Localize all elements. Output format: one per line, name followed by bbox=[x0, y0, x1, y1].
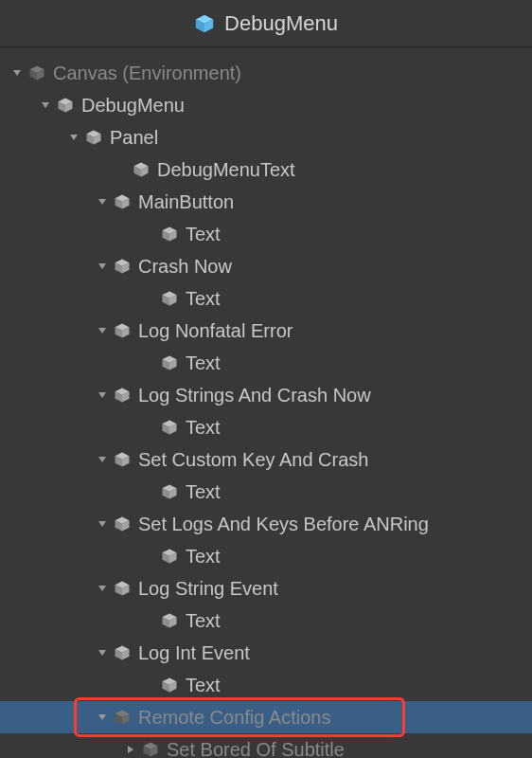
svg-marker-53 bbox=[98, 521, 106, 527]
svg-marker-3 bbox=[13, 70, 21, 76]
tree-row[interactable]: Set Bored Of Subtitle bbox=[0, 733, 532, 758]
gameobject-icon bbox=[112, 642, 133, 663]
header-bar: DebugMenu bbox=[0, 0, 532, 47]
tree-row[interactable]: Text bbox=[0, 605, 532, 637]
tree-item-label: Set Logs And Keys Before ANRing bbox=[138, 514, 429, 535]
expand-arrow-down-icon[interactable] bbox=[95, 389, 110, 401]
expand-arrow-down-icon[interactable] bbox=[95, 518, 110, 530]
svg-marker-78 bbox=[128, 746, 133, 753]
tree-row[interactable]: DebugMenuText bbox=[0, 153, 532, 186]
gameobject-icon bbox=[112, 320, 133, 341]
expand-arrow-down-icon[interactable] bbox=[95, 261, 110, 272]
gameobject-icon bbox=[112, 514, 133, 534]
tree-item-label: Text bbox=[186, 675, 221, 696]
expand-arrow-down-icon[interactable] bbox=[9, 67, 25, 79]
tree-item-label: Panel bbox=[110, 127, 158, 149]
svg-marker-11 bbox=[70, 135, 78, 140]
svg-marker-7 bbox=[42, 102, 49, 108]
tree-row[interactable]: DebugMenu bbox=[0, 89, 532, 121]
gameobject-icon bbox=[112, 707, 133, 728]
expand-arrow-right-icon[interactable] bbox=[123, 744, 138, 755]
svg-marker-74 bbox=[98, 714, 106, 720]
gameobject-icon bbox=[27, 63, 47, 83]
tree-row[interactable]: Text bbox=[0, 411, 532, 443]
tree-item-label: Log Nonfatal Error bbox=[138, 320, 293, 342]
tree-row[interactable]: Log Strings And Crash Now bbox=[0, 379, 532, 411]
gameobject-icon bbox=[112, 578, 133, 599]
tree-row[interactable]: Canvas (Environment) bbox=[0, 57, 532, 89]
hierarchy-tree: Canvas (Environment) DebugMenu Panel Deb… bbox=[0, 47, 532, 758]
tree-row[interactable]: Log Nonfatal Error bbox=[0, 315, 532, 347]
tree-item-label: Text bbox=[186, 610, 221, 632]
tree-row[interactable]: Set Custom Key And Crash bbox=[0, 443, 532, 476]
svg-marker-46 bbox=[98, 457, 106, 462]
tree-item-label: Text bbox=[186, 481, 221, 503]
gameobject-icon bbox=[159, 481, 180, 502]
expand-arrow-down-icon[interactable] bbox=[95, 196, 110, 208]
tree-item-label: Text bbox=[186, 417, 221, 439]
svg-marker-25 bbox=[98, 263, 106, 269]
tree-item-label: Text bbox=[186, 288, 221, 310]
tree-item-label: MainButton bbox=[138, 191, 234, 213]
gameobject-icon bbox=[159, 417, 180, 438]
gameobject-icon bbox=[55, 95, 76, 116]
gameobject-icon bbox=[112, 449, 133, 470]
tree-row[interactable]: Text bbox=[0, 282, 532, 315]
gameobject-icon bbox=[112, 191, 133, 212]
header-title: DebugMenu bbox=[224, 11, 338, 36]
tree-row[interactable]: Text bbox=[0, 347, 532, 379]
tree-item-label: Text bbox=[186, 352, 221, 374]
prefab-icon bbox=[194, 13, 215, 34]
gameobject-icon bbox=[131, 159, 151, 180]
tree-row[interactable]: Log String Event bbox=[0, 572, 532, 605]
tree-item-label: Remote Config Actions bbox=[138, 707, 330, 729]
tree-row[interactable]: Crash Now bbox=[0, 250, 532, 282]
tree-row[interactable]: Text bbox=[0, 476, 532, 508]
tree-row[interactable]: Set Logs And Keys Before ANRing bbox=[0, 508, 532, 540]
tree-item-label: DebugMenu bbox=[81, 95, 185, 117]
expand-arrow-down-icon[interactable] bbox=[95, 712, 110, 723]
expand-arrow-down-icon[interactable] bbox=[66, 132, 81, 143]
gameobject-icon bbox=[140, 739, 161, 758]
expand-arrow-down-icon[interactable] bbox=[38, 99, 53, 111]
gameobject-icon bbox=[159, 352, 180, 373]
gameobject-icon bbox=[83, 127, 104, 148]
tree-item-label: Set Custom Key And Crash bbox=[138, 449, 368, 471]
gameobject-icon bbox=[159, 546, 180, 567]
tree-row[interactable]: Text bbox=[0, 669, 532, 701]
tree-item-label: Log Strings And Crash Now bbox=[138, 385, 371, 406]
tree-item-label: Crash Now bbox=[138, 256, 232, 278]
tree-item-label: Log String Event bbox=[138, 578, 278, 600]
tree-item-label: Canvas (Environment) bbox=[53, 63, 241, 84]
gameobject-icon bbox=[159, 610, 180, 631]
gameobject-icon bbox=[159, 224, 180, 244]
expand-arrow-down-icon[interactable] bbox=[95, 583, 110, 594]
gameobject-icon bbox=[112, 385, 133, 406]
svg-marker-32 bbox=[98, 328, 106, 334]
gameobject-icon bbox=[112, 256, 133, 277]
tree-item-label: Set Bored Of Subtitle bbox=[167, 739, 345, 759]
expand-arrow-down-icon[interactable] bbox=[95, 647, 110, 659]
tree-row[interactable]: Text bbox=[0, 540, 532, 572]
tree-item-label: Log Int Event bbox=[138, 642, 250, 664]
tree-row[interactable]: Remote Config Actions bbox=[0, 701, 532, 733]
expand-arrow-down-icon[interactable] bbox=[95, 454, 110, 465]
expand-arrow-down-icon[interactable] bbox=[95, 325, 110, 336]
tree-row[interactable]: Log Int Event bbox=[0, 637, 532, 669]
svg-marker-18 bbox=[98, 199, 106, 205]
tree-item-label: Text bbox=[186, 546, 221, 568]
tree-item-label: DebugMenuText bbox=[157, 159, 295, 181]
tree-row[interactable]: Text bbox=[0, 218, 532, 250]
tree-row[interactable]: MainButton bbox=[0, 186, 532, 218]
gameobject-icon bbox=[159, 288, 180, 309]
tree-item-label: Text bbox=[186, 224, 221, 245]
svg-marker-39 bbox=[98, 392, 106, 398]
tree-row[interactable]: Panel bbox=[0, 121, 532, 153]
gameobject-icon bbox=[159, 675, 180, 695]
svg-marker-60 bbox=[98, 586, 106, 591]
svg-marker-67 bbox=[98, 650, 106, 656]
